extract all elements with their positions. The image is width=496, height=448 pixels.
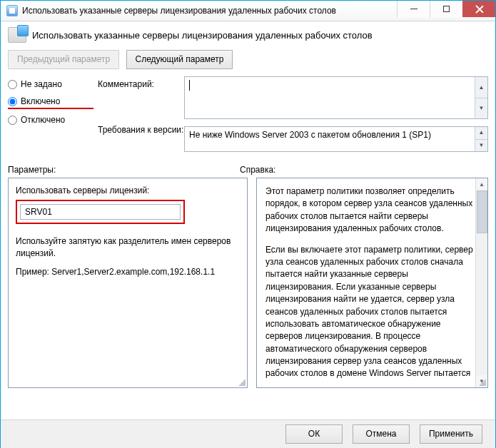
policy-caption: Использовать указанные серверы лицензиро… bbox=[32, 30, 373, 41]
options-panel: Использовать серверы лицензий: Используй… bbox=[8, 178, 248, 388]
minimize-icon bbox=[410, 9, 417, 9]
parameters-label: Параметры: bbox=[8, 165, 240, 175]
servers-input-highlight bbox=[16, 200, 185, 224]
help-content: Этот параметр политики позволяет определ… bbox=[265, 185, 473, 380]
window-controls bbox=[397, 1, 495, 21]
titlebar: Использовать указанные серверы лицензиро… bbox=[1, 1, 495, 21]
requirements-field: Не ниже Windows Server 2003 с пакетом об… bbox=[184, 126, 488, 152]
resize-grip-icon[interactable] bbox=[479, 379, 486, 386]
help-p2: Если вы включаете этот параметр политики… bbox=[265, 244, 473, 380]
radio-disabled-input[interactable] bbox=[8, 116, 17, 125]
field-inputs: ▲ ▼ Не ниже Windows Server 2003 с пакето… bbox=[184, 76, 488, 152]
window-title: Использовать указанные серверы лицензиро… bbox=[22, 6, 397, 16]
radio-disabled[interactable]: Отключено bbox=[8, 115, 93, 125]
requirements-spinner: ▲ ▼ bbox=[475, 127, 487, 151]
comment-spinner: ▲ ▼ bbox=[475, 77, 487, 118]
state-radios: Не задано Включено Отключено bbox=[8, 76, 93, 132]
maximize-icon bbox=[443, 6, 450, 12]
nav-row: Предыдущий параметр Следующий параметр bbox=[1, 47, 495, 76]
servers-hint-1: Используйте запятую как разделитель имен… bbox=[16, 235, 240, 260]
spin-down[interactable]: ▼ bbox=[475, 98, 487, 119]
radio-not-configured-label: Не задано bbox=[21, 79, 62, 89]
minimize-button[interactable] bbox=[397, 1, 430, 17]
radio-enabled-input[interactable] bbox=[8, 97, 17, 106]
spin-up[interactable]: ▲ bbox=[475, 77, 487, 98]
radio-disabled-label: Отключено bbox=[21, 115, 65, 125]
policy-header: Использовать указанные серверы лицензиро… bbox=[1, 21, 495, 47]
next-setting-button[interactable]: Следующий параметр bbox=[126, 50, 233, 69]
radio-enabled[interactable]: Включено bbox=[8, 96, 93, 108]
help-scrollbar[interactable]: ▲ ▼ bbox=[475, 178, 487, 387]
app-icon bbox=[6, 5, 18, 16]
radio-not-configured-input[interactable] bbox=[8, 80, 17, 89]
comment-textarea[interactable] bbox=[185, 77, 473, 118]
prev-setting-button: Предыдущий параметр bbox=[8, 50, 119, 69]
requirements-label: Требования к версии: bbox=[98, 125, 180, 135]
servers-input[interactable] bbox=[20, 204, 181, 220]
scroll-thumb[interactable] bbox=[477, 190, 487, 233]
scroll-up-icon[interactable]: ▲ bbox=[476, 178, 487, 190]
close-icon bbox=[475, 5, 484, 14]
help-panel: Этот параметр политики позволяет определ… bbox=[256, 178, 488, 388]
help-label: Справка: bbox=[240, 165, 488, 175]
help-p1: Этот параметр политики позволяет определ… bbox=[265, 185, 473, 235]
servers-hint-2: Пример: Server1,Server2.example.com,192.… bbox=[16, 266, 240, 278]
spin-down[interactable]: ▼ bbox=[475, 139, 487, 152]
requirements-value: Не ниже Windows Server 2003 с пакетом об… bbox=[189, 130, 431, 140]
text-caret bbox=[189, 80, 190, 91]
dialog-footer: ОК Отмена Применить bbox=[1, 419, 495, 448]
resize-grip-icon[interactable] bbox=[238, 379, 246, 386]
policy-icon bbox=[8, 27, 26, 43]
cancel-button[interactable]: Отмена bbox=[353, 424, 410, 444]
spin-up[interactable]: ▲ bbox=[475, 127, 487, 139]
radio-not-configured[interactable]: Не задано bbox=[8, 79, 93, 89]
radio-enabled-label: Включено bbox=[21, 96, 60, 106]
ok-button[interactable]: ОК bbox=[285, 424, 343, 444]
section-labels: Параметры: Справка: bbox=[1, 152, 495, 178]
apply-button[interactable]: Применить bbox=[420, 424, 482, 444]
comment-field[interactable]: ▲ ▼ bbox=[184, 76, 488, 119]
close-button[interactable] bbox=[462, 1, 495, 17]
servers-label: Использовать серверы лицензий: bbox=[16, 185, 240, 195]
maximize-button[interactable] bbox=[430, 1, 462, 17]
panels: Использовать серверы лицензий: Используй… bbox=[1, 178, 495, 388]
settings-grid: Не задано Включено Отключено Комментарий… bbox=[1, 76, 495, 152]
comment-label: Комментарий: bbox=[98, 79, 180, 125]
field-labels: Комментарий: Требования к версии: bbox=[98, 76, 180, 135]
